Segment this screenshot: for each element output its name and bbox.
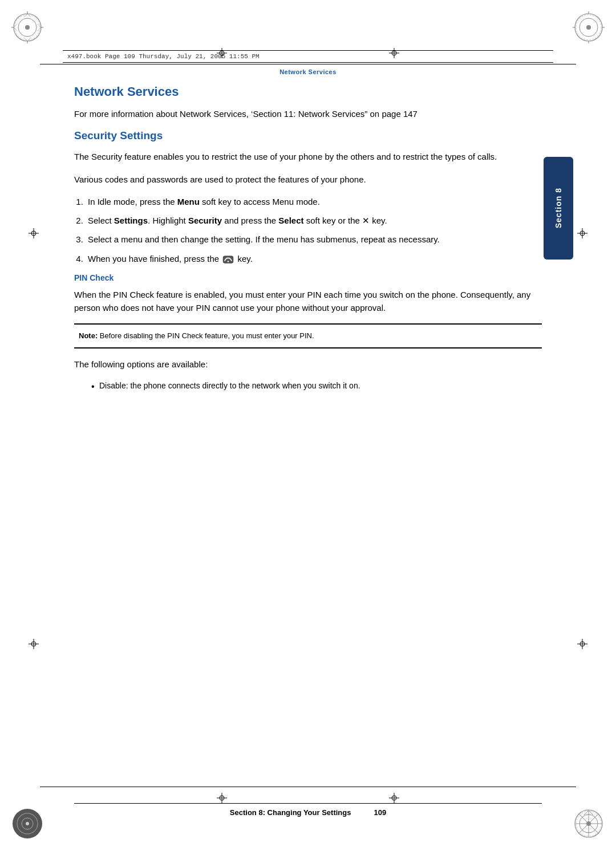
section-tab-label: Section 8 <box>554 188 563 228</box>
reg-cross-left-lower <box>29 639 39 649</box>
corner-decoration-tr <box>572 10 606 44</box>
reg-cross-bottom-left <box>217 793 227 803</box>
reg-cross-right-mid <box>577 228 587 238</box>
pin-paragraph: When the PIN Check feature is enabled, y… <box>74 288 542 315</box>
svg-point-27 <box>26 822 29 825</box>
end-key-icon <box>222 256 234 264</box>
steps-list: In Idle mode, press the Menu soft key to… <box>86 195 542 265</box>
intro-paragraph: For more information about Network Servi… <box>74 107 542 120</box>
page-border-top <box>40 64 576 64</box>
note-label: Note: <box>79 331 98 340</box>
security-paragraph-1: The Security feature enables you to rest… <box>74 150 542 163</box>
step-4: When you have finished, press the key. <box>86 252 542 265</box>
options-intro: The following options are available: <box>74 358 542 371</box>
step-1: In Idle mode, press the Menu soft key to… <box>86 195 542 208</box>
reg-cross-bottom-right <box>389 793 399 803</box>
security-settings-heading: Security Settings <box>74 129 542 142</box>
corner-decoration-bl <box>10 807 44 841</box>
page-border-bottom <box>40 787 576 787</box>
svg-point-18 <box>586 25 591 30</box>
security-paragraph-2: Various codes and passwords are used to … <box>74 173 542 186</box>
reg-cross-top-right <box>389 48 399 58</box>
footer: Section 8: Changing Your Settings 109 <box>74 803 542 817</box>
header-bar: x497.book Page 109 Thursday, July 21, 20… <box>63 50 553 63</box>
note-text: Before disabling the PIN Check feature, … <box>100 331 314 340</box>
option-disable-text: Disable: the phone connects directly to … <box>99 381 360 390</box>
running-title: Network Services <box>74 68 542 75</box>
header-file-info: x497.book Page 109 Thursday, July 21, 20… <box>67 53 260 60</box>
reg-cross-right-lower <box>577 639 587 649</box>
svg-point-2 <box>25 25 30 30</box>
reg-cross-top-left <box>217 48 227 58</box>
corner-decoration-br <box>572 807 606 841</box>
svg-point-63 <box>228 261 229 262</box>
footer-section-label: Section 8: Changing Your Settings <box>230 808 351 817</box>
corner-decoration-tl <box>10 10 44 44</box>
step-3: Select a menu and then change the settin… <box>86 233 542 246</box>
options-list: Disable: the phone connects directly to … <box>91 380 542 392</box>
footer-page-number: 109 <box>374 808 386 817</box>
main-heading: Network Services <box>74 84 542 99</box>
note-box: Note: Before disabling the PIN Check fea… <box>74 323 542 348</box>
reg-cross-left-mid <box>29 228 39 238</box>
option-disable: Disable: the phone connects directly to … <box>91 380 542 392</box>
section-tab: Section 8 <box>544 157 573 260</box>
pin-check-heading: PIN Check <box>74 273 542 282</box>
step-2: Select Settings. Highlight Security and … <box>86 214 542 227</box>
content-area: Section 8 Network Services Network Servi… <box>74 68 542 783</box>
